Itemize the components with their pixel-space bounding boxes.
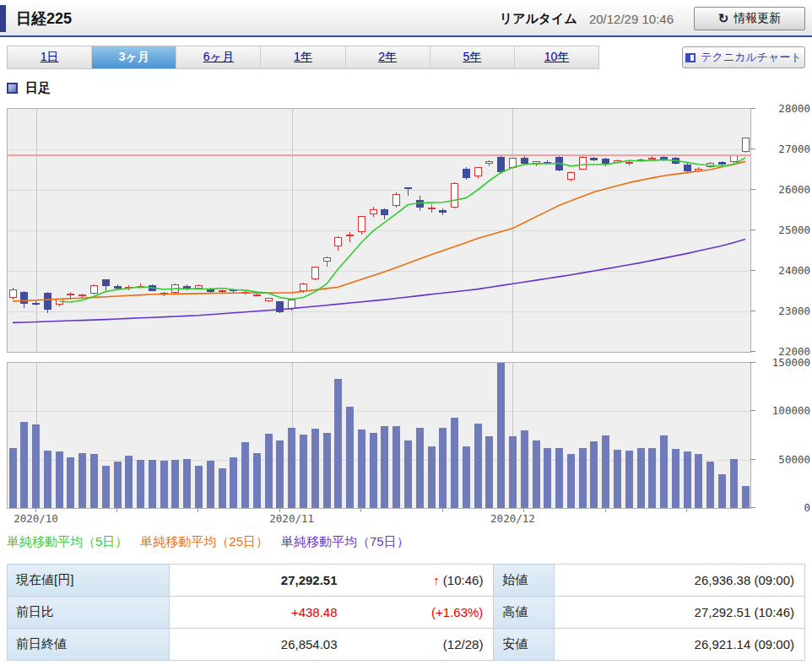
current-price-value: 27,292.51: [170, 573, 338, 587]
tab-1day[interactable]: 1日: [8, 46, 92, 68]
price-axis-tick: [750, 149, 755, 149]
volume-bar: [695, 454, 702, 508]
volume-axis-tick: [750, 507, 755, 508]
x-axis-week-tick: [605, 509, 606, 512]
x-axis-week-tick: [116, 509, 117, 512]
volume-axis-label: 0: [756, 501, 810, 514]
x-axis-week-tick: [360, 509, 361, 512]
high-price-value: 27,292.51 (10:46): [555, 597, 805, 629]
volume-axis-label: 100000: [756, 404, 810, 417]
volume-bar: [684, 451, 691, 508]
tab-2years[interactable]: 2年: [346, 46, 430, 68]
x-axis-week-tick: [35, 509, 36, 512]
tab-10years[interactable]: 10年: [515, 46, 598, 68]
volume-bar: [137, 460, 144, 508]
volume-bar: [358, 430, 365, 508]
volume-axis-tick: [750, 362, 755, 363]
legend-ma5: 単純移動平均（5日）: [7, 534, 127, 550]
volume-bar: [56, 451, 63, 508]
volume-bar: [648, 448, 656, 508]
x-axis-week-tick: [686, 509, 687, 512]
volume-axis-tick: [750, 410, 755, 411]
price-chart-plot: [7, 108, 751, 353]
low-price-value: 26,921.14 (09:00): [555, 629, 805, 661]
price-axis-tick: [750, 189, 755, 190]
volume-bar: [183, 459, 191, 508]
bullet-square-icon: [7, 83, 18, 94]
title-accent-bar: [0, 5, 6, 32]
moving-average-legend: 単純移動平均（5日） 単純移動平均（25日） 単純移動平均（75日）: [7, 533, 812, 550]
change-percent: (+1.63%): [338, 605, 494, 619]
volume-bar: [463, 446, 470, 508]
current-price-label: 現在値[円]: [8, 565, 170, 597]
refresh-button[interactable]: ↻ 情報更新: [694, 7, 805, 30]
volume-bar: [370, 433, 377, 508]
volume-bar: [241, 442, 249, 508]
volume-bar: [451, 418, 458, 508]
volume-bar: [555, 448, 563, 508]
volume-bar: [171, 460, 179, 508]
open-price-label: 始値: [494, 565, 555, 597]
price-axis-tick: [750, 351, 755, 352]
volume-bar: [323, 433, 331, 508]
volume-bar: [334, 379, 342, 508]
x-axis-month-label: 2020/11: [263, 512, 322, 525]
volume-bar: [521, 430, 528, 508]
page-title: 日経225: [16, 8, 72, 29]
volume-bar: [265, 434, 273, 508]
volume-bar: [9, 448, 17, 508]
chart-area: 2800027000260002500024000230002200015000…: [7, 108, 812, 528]
volume-bar: [207, 461, 214, 508]
current-price-time: ↑(10:46): [338, 573, 494, 587]
quote-timestamp: 20/12/29 10:46: [589, 12, 674, 26]
volume-bar: [439, 428, 447, 508]
price-axis-label: 26000: [756, 183, 810, 196]
volume-bar: [149, 460, 156, 508]
volume-bar: [300, 435, 307, 508]
prev-close-value: 26,854.03: [170, 637, 338, 651]
tab-5years[interactable]: 5年: [430, 46, 515, 68]
volume-bar: [590, 441, 598, 508]
volume-bar: [672, 449, 679, 508]
tab-3months[interactable]: 3ヶ月: [92, 46, 176, 68]
refresh-icon: ↻: [718, 11, 729, 26]
high-price-label: 高値: [494, 597, 555, 629]
technical-chart-button[interactable]: テクニカルチャート: [682, 46, 805, 68]
volume-bar: [579, 448, 587, 508]
tab-1year[interactable]: 1年: [261, 46, 345, 68]
price-axis-label: 27000: [756, 143, 810, 155]
table-row: 現在値[円] 27,292.51 ↑(10:46) 始値 26,936.38 (…: [8, 565, 805, 597]
volume-bar: [614, 450, 621, 508]
price-axis-label: 23000: [756, 305, 810, 317]
price-axis-label: 24000: [756, 264, 810, 277]
price-axis-label: 25000: [756, 224, 810, 236]
x-axis-week-tick: [198, 509, 198, 512]
x-axis-week-tick: [523, 509, 524, 512]
chart-type-label: 日足: [25, 80, 51, 96]
volume-bar: [114, 462, 122, 508]
volume-bar: [90, 454, 98, 508]
price-axis-tick: [750, 311, 755, 311]
volume-axis-tick: [750, 459, 755, 460]
x-axis-month-label: 2020/10: [7, 512, 66, 525]
volume-bar: [602, 435, 609, 508]
volume-bar: [416, 428, 424, 508]
prev-close-line: [8, 154, 750, 156]
tab-6months[interactable]: 6ヶ月: [176, 46, 261, 68]
price-axis-tick: [750, 108, 755, 109]
volume-bar: [102, 466, 110, 508]
period-tabs: 1日 3ヶ月 6ヶ月 1年 2年 5年 10年: [7, 46, 599, 69]
volume-bar: [706, 462, 714, 508]
up-arrow-icon: ↑: [433, 573, 440, 587]
volume-bar: [195, 466, 203, 508]
volume-bar: [509, 436, 517, 508]
price-axis-tick: [750, 270, 755, 271]
volume-bar: [32, 424, 40, 508]
x-axis-week-tick: [442, 509, 443, 512]
volume-bar: [20, 422, 28, 508]
realtime-label: リアルタイム: [500, 11, 577, 27]
x-axis-week-tick: [279, 509, 280, 512]
volume-bar: [404, 440, 412, 508]
volume-bar: [474, 424, 482, 508]
window-icon: [685, 53, 696, 62]
